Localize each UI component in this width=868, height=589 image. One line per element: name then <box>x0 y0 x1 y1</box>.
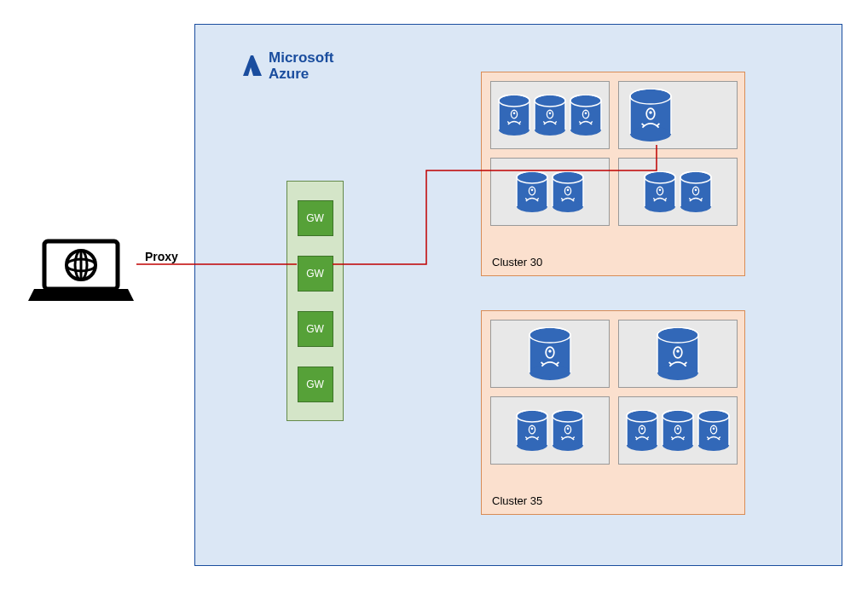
svg-point-55 <box>645 200 675 212</box>
svg-point-7 <box>499 124 529 136</box>
svg-point-98 <box>567 428 570 430</box>
client-laptop-icon <box>26 237 136 305</box>
database-icon <box>534 95 566 136</box>
database-icon <box>516 171 548 212</box>
database-icon <box>529 327 571 380</box>
azure-brand-line2: Azure <box>269 66 334 83</box>
gateway-node: GW <box>298 367 333 402</box>
database-icon <box>662 410 694 451</box>
pod <box>490 158 610 226</box>
svg-point-114 <box>677 428 680 430</box>
svg-point-103 <box>627 439 657 451</box>
gateway-node: GW <box>298 311 333 347</box>
svg-point-74 <box>548 349 552 353</box>
svg-point-71 <box>529 365 570 380</box>
database-icon <box>697 410 730 451</box>
svg-point-66 <box>695 189 697 192</box>
azure-logo: Microsoft Azure <box>238 50 334 82</box>
gateway-node: GW <box>298 256 333 292</box>
svg-point-10 <box>513 113 516 115</box>
pod <box>618 81 738 149</box>
azure-brand-line1: Microsoft <box>269 50 334 66</box>
database-icon <box>498 95 530 136</box>
svg-point-106 <box>641 428 644 430</box>
database-icon <box>552 410 584 451</box>
svg-point-58 <box>659 189 662 192</box>
svg-point-31 <box>630 126 671 141</box>
database-icon <box>570 95 602 136</box>
svg-point-39 <box>517 200 547 212</box>
cluster-30: Cluster 30 <box>481 72 745 276</box>
svg-point-82 <box>676 349 680 353</box>
database-icon <box>644 171 676 212</box>
svg-point-90 <box>531 428 534 430</box>
azure-brand-text: Microsoft Azure <box>269 50 334 82</box>
pod <box>618 396 738 465</box>
cluster-label: Cluster 35 <box>492 494 542 507</box>
svg-point-122 <box>713 428 715 430</box>
gateway-node: GW <box>298 200 333 236</box>
database-icon <box>516 410 548 451</box>
svg-point-26 <box>585 113 587 115</box>
svg-point-15 <box>535 124 565 136</box>
pod <box>490 320 610 388</box>
svg-point-18 <box>549 113 552 115</box>
cluster-35: Cluster 35 <box>481 310 745 515</box>
azure-boundary: Microsoft Azure GW GW GW GW <box>194 24 842 566</box>
svg-point-79 <box>657 365 698 380</box>
proxy-label: Proxy <box>145 250 178 263</box>
pod <box>490 396 610 465</box>
database-icon <box>626 410 658 451</box>
database-icon <box>680 171 712 212</box>
svg-point-111 <box>663 439 693 451</box>
pod <box>618 158 738 226</box>
azure-icon <box>238 54 263 79</box>
svg-point-95 <box>553 439 583 451</box>
svg-point-34 <box>649 111 652 114</box>
database-icon <box>629 89 672 141</box>
database-icon <box>657 327 699 380</box>
svg-point-50 <box>567 189 570 192</box>
svg-point-63 <box>680 200 711 212</box>
pod <box>618 320 738 388</box>
pod <box>490 81 610 149</box>
svg-point-119 <box>698 439 729 451</box>
svg-point-47 <box>553 200 583 212</box>
database-icon <box>552 171 584 212</box>
svg-point-23 <box>570 124 601 136</box>
cluster-label: Cluster 30 <box>492 256 542 269</box>
svg-point-87 <box>517 439 547 451</box>
gateway-stack: GW GW GW GW <box>286 181 344 421</box>
svg-point-42 <box>531 189 534 192</box>
